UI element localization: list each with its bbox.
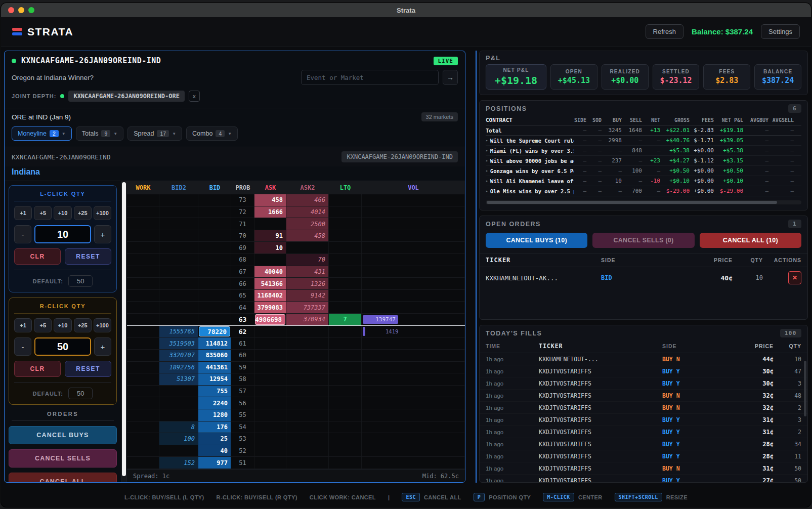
cancel-buys-button[interactable]: CANCEL BUYS: [9, 426, 117, 444]
bid2-cell[interactable]: 1555765: [159, 326, 198, 337]
ask-cell[interactable]: [254, 397, 286, 409]
ask-cell[interactable]: 91: [254, 230, 286, 242]
cancel-sells-button[interactable]: CANCEL SELLS: [9, 449, 117, 468]
positions-row[interactable]: ▸Gonzaga wins by over 6.5 Po…–––100–+$0.…: [486, 166, 801, 176]
r-default-value[interactable]: 50: [68, 388, 93, 399]
ask2-cell[interactable]: [286, 337, 329, 349]
bid2-cell[interactable]: [159, 266, 198, 278]
positions-row[interactable]: ▸Will Ali Khamenei leave off…––10–-10+$0…: [486, 176, 801, 186]
bid2-cell[interactable]: [159, 230, 198, 242]
bid-cell[interactable]: 78220: [198, 326, 231, 337]
bid2-cell[interactable]: [159, 218, 198, 230]
bid-cell[interactable]: 2240: [198, 397, 231, 409]
bid-cell[interactable]: [198, 314, 231, 325]
bid-cell[interactable]: 12954: [198, 373, 231, 385]
work-cell[interactable]: [127, 242, 159, 253]
bid-cell[interactable]: [198, 218, 231, 230]
ask-cell[interactable]: 10: [254, 242, 286, 253]
expand-arrow-icon[interactable]: ▸: [486, 189, 488, 193]
bid-cell[interactable]: [198, 194, 231, 206]
positions-row[interactable]: ▸Ole Miss wins by over 2.5 p…–––700–$-29…: [486, 186, 801, 196]
work-cell[interactable]: [127, 314, 159, 325]
work-cell[interactable]: [127, 218, 159, 230]
ask2-cell[interactable]: [286, 350, 329, 361]
ask-cell[interactable]: [254, 433, 286, 445]
bid-cell[interactable]: 176: [198, 421, 231, 433]
ask2-cell[interactable]: [286, 421, 329, 433]
expand-arrow-icon[interactable]: ▸: [486, 148, 488, 153]
r-qty-add-1[interactable]: +1: [14, 318, 32, 332]
r-qty-add-10[interactable]: +10: [54, 318, 71, 332]
ask2-cell[interactable]: [286, 457, 329, 469]
bid2-cell[interactable]: 3320707: [159, 350, 198, 361]
ask2-cell[interactable]: 458: [286, 230, 329, 242]
bid-cell[interactable]: 441361: [198, 362, 231, 373]
bid2-cell[interactable]: 51307: [159, 373, 198, 385]
close-button[interactable]: [8, 7, 14, 13]
cancel-all-count-button[interactable]: CANCEL ALL (10): [700, 233, 801, 248]
work-cell[interactable]: [127, 373, 159, 385]
bid-cell[interactable]: 977: [198, 457, 231, 469]
ask-cell[interactable]: 40040: [254, 266, 286, 278]
ask2-cell[interactable]: [286, 409, 329, 421]
ask-cell[interactable]: 1168402: [254, 290, 286, 302]
bid2-cell[interactable]: [159, 290, 198, 302]
ask-cell[interactable]: [254, 457, 286, 469]
l-qty-add-100[interactable]: +100: [94, 206, 111, 220]
work-cell[interactable]: [127, 254, 159, 266]
work-cell[interactable]: [127, 194, 159, 206]
work-cell[interactable]: [127, 350, 159, 361]
work-cell[interactable]: [127, 337, 159, 349]
ask-cell[interactable]: [254, 421, 286, 433]
l-qty-decrement-button[interactable]: -: [14, 225, 31, 243]
ask2-cell[interactable]: [286, 445, 329, 457]
cancel-buys-count-button[interactable]: CANCEL BUYS (10): [486, 233, 587, 248]
ask-cell[interactable]: [254, 218, 286, 230]
bid2-cell[interactable]: [159, 386, 198, 397]
bid2-cell[interactable]: [159, 206, 198, 218]
bid-cell[interactable]: [198, 254, 231, 266]
bid2-cell[interactable]: [159, 409, 198, 421]
positions-row[interactable]: Total––32451648+13+$22.01$-2.83+$19.18––: [486, 125, 801, 136]
expand-arrow-icon[interactable]: ▸: [486, 168, 488, 173]
ask2-cell[interactable]: [286, 326, 329, 337]
ask-cell[interactable]: 3799083: [254, 302, 286, 313]
bid2-cell[interactable]: [159, 397, 198, 409]
bid-cell[interactable]: 25: [198, 433, 231, 445]
bid2-cell[interactable]: [159, 278, 198, 289]
joint-depth-remove-button[interactable]: x: [189, 91, 200, 102]
expand-arrow-icon[interactable]: ▸: [486, 158, 488, 163]
bid2-cell[interactable]: 3519503: [159, 337, 198, 349]
ask-cell[interactable]: 1666: [254, 206, 286, 218]
ask2-cell[interactable]: [286, 362, 329, 373]
ask-cell[interactable]: [254, 386, 286, 397]
r-qty-clear-button[interactable]: CLR: [14, 361, 61, 377]
ask-cell[interactable]: [254, 254, 286, 266]
ask-cell[interactable]: [254, 326, 286, 337]
search-go-button[interactable]: →: [443, 70, 458, 85]
ask-cell[interactable]: [254, 337, 286, 349]
bid-cell[interactable]: [198, 302, 231, 313]
ask-cell[interactable]: [254, 445, 286, 457]
bid2-cell[interactable]: [159, 254, 198, 266]
ask2-cell[interactable]: [286, 433, 329, 445]
work-cell[interactable]: [127, 433, 159, 445]
cancel-sells-count-button[interactable]: CANCEL SELLS (0): [592, 233, 694, 248]
r-qty-decrement-button[interactable]: -: [14, 337, 31, 356]
search-input[interactable]: [301, 70, 439, 85]
tab-moneyline[interactable]: Moneyline2▼: [12, 126, 72, 141]
bid-cell[interactable]: 114812: [198, 337, 231, 349]
tab-spread[interactable]: Spread17▼: [127, 126, 182, 141]
ask-cell[interactable]: 458: [254, 194, 286, 206]
r-qty-add-25[interactable]: +25: [74, 318, 92, 332]
work-cell[interactable]: [127, 409, 159, 421]
work-cell[interactable]: [127, 445, 159, 457]
r-qty-increment-button[interactable]: +: [94, 337, 111, 356]
work-cell[interactable]: [127, 397, 159, 409]
ask2-cell[interactable]: 2500: [286, 218, 329, 230]
ask2-cell[interactable]: 9142: [286, 290, 329, 302]
bid2-cell[interactable]: 152: [159, 457, 198, 469]
bid-cell[interactable]: [198, 290, 231, 302]
bid-cell[interactable]: [198, 206, 231, 218]
work-cell[interactable]: [127, 302, 159, 313]
